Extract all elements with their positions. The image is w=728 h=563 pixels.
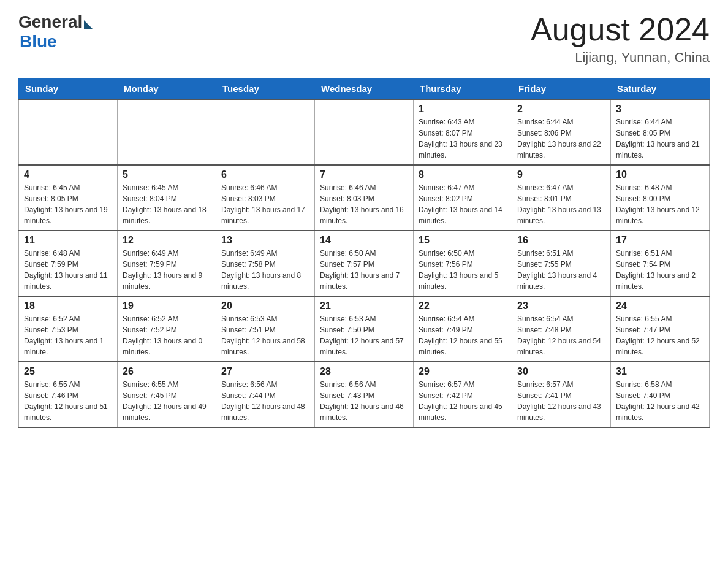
week-row-3: 11Sunrise: 6:48 AMSunset: 7:59 PMDayligh… [19, 231, 710, 296]
calendar-cell: 27Sunrise: 6:56 AMSunset: 7:44 PMDayligh… [216, 362, 315, 427]
calendar-cell: 14Sunrise: 6:50 AMSunset: 7:57 PMDayligh… [315, 231, 414, 296]
logo-blue-text: Blue [20, 32, 57, 52]
location-text: Lijiang, Yunnan, China [531, 50, 710, 66]
calendar-cell: 20Sunrise: 6:53 AMSunset: 7:51 PMDayligh… [216, 296, 315, 362]
calendar-cell [19, 99, 118, 165]
day-header-monday: Monday [118, 79, 216, 100]
day-number: 17 [616, 235, 704, 246]
calendar-cell: 4Sunrise: 6:45 AMSunset: 8:05 PMDaylight… [19, 165, 118, 231]
calendar-cell: 21Sunrise: 6:53 AMSunset: 7:50 PMDayligh… [315, 296, 414, 362]
day-number: 4 [24, 169, 112, 180]
calendar-cell: 25Sunrise: 6:55 AMSunset: 7:46 PMDayligh… [19, 362, 118, 427]
day-info: Sunrise: 6:44 AMSunset: 8:05 PMDaylight:… [616, 117, 704, 161]
day-number: 13 [221, 235, 309, 246]
day-info: Sunrise: 6:52 AMSunset: 7:53 PMDaylight:… [24, 313, 112, 358]
day-number: 18 [24, 301, 112, 312]
calendar-cell [118, 99, 216, 165]
day-info: Sunrise: 6:48 AMSunset: 8:00 PMDaylight:… [616, 182, 704, 226]
calendar-cell: 19Sunrise: 6:52 AMSunset: 7:52 PMDayligh… [118, 296, 216, 362]
day-info: Sunrise: 6:53 AMSunset: 7:51 PMDaylight:… [221, 313, 309, 358]
calendar-table: SundayMondayTuesdayWednesdayThursdayFrid… [18, 78, 710, 428]
calendar-cell: 18Sunrise: 6:52 AMSunset: 7:53 PMDayligh… [19, 296, 118, 362]
day-number: 3 [616, 104, 704, 115]
calendar-cell: 16Sunrise: 6:51 AMSunset: 7:55 PMDayligh… [512, 231, 611, 296]
calendar-cell [315, 99, 414, 165]
calendar-cell: 30Sunrise: 6:57 AMSunset: 7:41 PMDayligh… [512, 362, 611, 427]
day-number: 30 [517, 366, 605, 377]
day-number: 25 [24, 366, 112, 377]
day-number: 15 [419, 235, 507, 246]
day-number: 9 [517, 169, 605, 180]
calendar-header-row: SundayMondayTuesdayWednesdayThursdayFrid… [19, 79, 710, 100]
day-number: 29 [419, 366, 507, 377]
week-row-2: 4Sunrise: 6:45 AMSunset: 8:05 PMDaylight… [19, 165, 710, 231]
day-number: 27 [221, 366, 309, 377]
day-info: Sunrise: 6:58 AMSunset: 7:40 PMDaylight:… [616, 379, 704, 423]
day-info: Sunrise: 6:48 AMSunset: 7:59 PMDaylight:… [24, 248, 112, 292]
day-info: Sunrise: 6:55 AMSunset: 7:45 PMDaylight:… [123, 379, 211, 423]
calendar-cell: 7Sunrise: 6:46 AMSunset: 8:03 PMDaylight… [315, 165, 414, 231]
day-header-saturday: Saturday [611, 79, 710, 100]
calendar-cell: 10Sunrise: 6:48 AMSunset: 8:00 PMDayligh… [611, 165, 710, 231]
day-info: Sunrise: 6:53 AMSunset: 7:50 PMDaylight:… [320, 313, 408, 358]
week-row-4: 18Sunrise: 6:52 AMSunset: 7:53 PMDayligh… [19, 296, 710, 362]
calendar-cell: 5Sunrise: 6:45 AMSunset: 8:04 PMDaylight… [118, 165, 216, 231]
calendar-cell: 29Sunrise: 6:57 AMSunset: 7:42 PMDayligh… [414, 362, 512, 427]
day-info: Sunrise: 6:56 AMSunset: 7:44 PMDaylight:… [221, 379, 309, 423]
calendar-cell: 12Sunrise: 6:49 AMSunset: 7:59 PMDayligh… [118, 231, 216, 296]
week-row-5: 25Sunrise: 6:55 AMSunset: 7:46 PMDayligh… [19, 362, 710, 427]
day-number: 16 [517, 235, 605, 246]
day-info: Sunrise: 6:45 AMSunset: 8:05 PMDaylight:… [24, 182, 112, 226]
day-info: Sunrise: 6:54 AMSunset: 7:49 PMDaylight:… [419, 313, 507, 358]
day-info: Sunrise: 6:47 AMSunset: 8:01 PMDaylight:… [517, 182, 605, 226]
calendar-cell: 26Sunrise: 6:55 AMSunset: 7:45 PMDayligh… [118, 362, 216, 427]
calendar-cell: 9Sunrise: 6:47 AMSunset: 8:01 PMDaylight… [512, 165, 611, 231]
day-number: 6 [221, 169, 309, 180]
day-info: Sunrise: 6:43 AMSunset: 8:07 PMDaylight:… [419, 117, 507, 161]
logo-general-text: General [18, 12, 82, 32]
day-number: 2 [517, 104, 605, 115]
day-info: Sunrise: 6:46 AMSunset: 8:03 PMDaylight:… [320, 182, 408, 226]
day-number: 11 [24, 235, 112, 246]
month-title: August 2024 [531, 12, 710, 47]
title-section: August 2024 Lijiang, Yunnan, China [531, 12, 710, 66]
calendar-cell: 2Sunrise: 6:44 AMSunset: 8:06 PMDaylight… [512, 99, 611, 165]
day-info: Sunrise: 6:44 AMSunset: 8:06 PMDaylight:… [517, 117, 605, 161]
day-number: 12 [123, 235, 211, 246]
logo-arrow-icon [84, 20, 93, 29]
calendar-cell: 6Sunrise: 6:46 AMSunset: 8:03 PMDaylight… [216, 165, 315, 231]
day-info: Sunrise: 6:56 AMSunset: 7:43 PMDaylight:… [320, 379, 408, 423]
day-info: Sunrise: 6:55 AMSunset: 7:46 PMDaylight:… [24, 379, 112, 423]
calendar-cell: 3Sunrise: 6:44 AMSunset: 8:05 PMDaylight… [611, 99, 710, 165]
day-number: 31 [616, 366, 704, 377]
calendar-cell: 24Sunrise: 6:55 AMSunset: 7:47 PMDayligh… [611, 296, 710, 362]
calendar-cell: 22Sunrise: 6:54 AMSunset: 7:49 PMDayligh… [414, 296, 512, 362]
day-info: Sunrise: 6:57 AMSunset: 7:41 PMDaylight:… [517, 379, 605, 423]
day-info: Sunrise: 6:47 AMSunset: 8:02 PMDaylight:… [419, 182, 507, 226]
day-info: Sunrise: 6:54 AMSunset: 7:48 PMDaylight:… [517, 313, 605, 358]
calendar-cell: 11Sunrise: 6:48 AMSunset: 7:59 PMDayligh… [19, 231, 118, 296]
day-header-sunday: Sunday [19, 79, 118, 100]
day-info: Sunrise: 6:46 AMSunset: 8:03 PMDaylight:… [221, 182, 309, 226]
logo: General Blue [18, 12, 93, 52]
day-info: Sunrise: 6:55 AMSunset: 7:47 PMDaylight:… [616, 313, 704, 358]
day-number: 14 [320, 235, 408, 246]
day-info: Sunrise: 6:45 AMSunset: 8:04 PMDaylight:… [123, 182, 211, 226]
calendar-cell: 13Sunrise: 6:49 AMSunset: 7:58 PMDayligh… [216, 231, 315, 296]
day-number: 1 [419, 104, 507, 115]
day-info: Sunrise: 6:49 AMSunset: 7:59 PMDaylight:… [123, 248, 211, 292]
day-number: 22 [419, 301, 507, 312]
calendar-cell [216, 99, 315, 165]
day-header-friday: Friday [512, 79, 611, 100]
week-row-1: 1Sunrise: 6:43 AMSunset: 8:07 PMDaylight… [19, 99, 710, 165]
day-header-wednesday: Wednesday [315, 79, 414, 100]
day-number: 21 [320, 301, 408, 312]
calendar-cell: 31Sunrise: 6:58 AMSunset: 7:40 PMDayligh… [611, 362, 710, 427]
day-number: 26 [123, 366, 211, 377]
day-info: Sunrise: 6:52 AMSunset: 7:52 PMDaylight:… [123, 313, 211, 358]
day-info: Sunrise: 6:50 AMSunset: 7:56 PMDaylight:… [419, 248, 507, 292]
day-number: 20 [221, 301, 309, 312]
day-info: Sunrise: 6:51 AMSunset: 7:55 PMDaylight:… [517, 248, 605, 292]
day-info: Sunrise: 6:49 AMSunset: 7:58 PMDaylight:… [221, 248, 309, 292]
page-header: General Blue August 2024 Lijiang, Yunnan… [18, 12, 710, 66]
